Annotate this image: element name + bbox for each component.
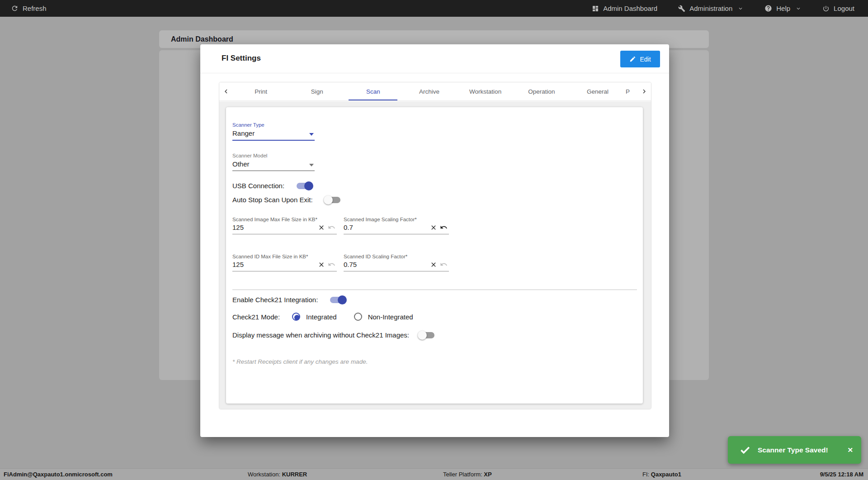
refresh-button[interactable]: Refresh [11, 5, 47, 12]
nav-admin-dashboard[interactable]: Admin Dashboard [592, 5, 657, 12]
dashboard-icon [592, 5, 599, 12]
enable-check21-label: Enable Check21 Integration: [232, 296, 318, 304]
radio-integrated-label: Integrated [306, 313, 337, 321]
scanned-id-max-size-field: Scanned ID Max File Size in KB* [232, 254, 337, 271]
scanned-id-scaling-field: Scanned ID Scaling Factor* [344, 254, 449, 271]
undo-icon [328, 223, 335, 231]
toggle-thumb [338, 295, 347, 304]
check21-mode-radio-group: Integrated Non-Integrated [292, 313, 413, 321]
usb-connection-toggle[interactable] [297, 183, 312, 189]
radio-integrated[interactable]: Integrated [292, 313, 337, 321]
toast-notification: Scanner Type Saved! ✕ [728, 436, 861, 464]
dropdown-caret-icon [309, 164, 314, 166]
clear-field-button[interactable] [316, 224, 326, 231]
chevron-down-icon [795, 5, 802, 12]
nav-logout[interactable]: Logout [822, 5, 854, 12]
usb-connection-row: USB Connection: [232, 182, 312, 190]
tabs-scroll-right-button[interactable] [637, 82, 651, 100]
wrench-icon [678, 5, 685, 12]
toggle-thumb [324, 195, 333, 204]
scanner-type-value: Ranger [232, 128, 315, 140]
refresh-label: Refresh [23, 5, 47, 12]
status-fi: FI: Qaxpauto1 [642, 471, 681, 478]
modal-title: FI Settings [222, 54, 261, 63]
radio-non-integrated[interactable]: Non-Integrated [354, 313, 413, 321]
edit-button-label: Edit [640, 56, 651, 63]
clear-field-button[interactable] [316, 261, 326, 268]
nav-help[interactable]: Help [764, 5, 802, 12]
scanner-model-select[interactable]: Scanner Model Other [232, 153, 315, 171]
scanned-id-scaling-input[interactable] [344, 261, 429, 268]
scan-tab-content: Scanner Type Ranger Scanner Model Other [219, 101, 651, 409]
clear-x-icon [318, 224, 325, 231]
undo-field-button[interactable] [439, 261, 449, 268]
clear-field-button[interactable] [429, 224, 439, 231]
tab-scan[interactable]: Scan [345, 82, 401, 100]
tab-archive[interactable]: Archive [401, 82, 457, 100]
chevron-left-icon [222, 87, 230, 95]
scanned-image-max-size-input[interactable] [232, 223, 316, 231]
chevron-down-icon [737, 5, 744, 12]
power-icon [822, 5, 830, 12]
enable-check21-toggle[interactable] [330, 297, 345, 303]
toggle-thumb [418, 331, 427, 340]
check21-mode-label: Check21 Mode: [232, 313, 280, 321]
auto-stop-label: Auto Stop Scan Upon Exit: [232, 196, 313, 204]
enable-check21-row: Enable Check21 Integration: [232, 296, 345, 304]
scanned-id-max-size-label: Scanned ID Max File Size in KB* [232, 254, 337, 259]
auto-stop-row: Auto Stop Scan Upon Exit: [232, 196, 340, 204]
undo-field-button[interactable] [439, 223, 449, 231]
tabs-scroll-left-button[interactable] [219, 82, 233, 100]
undo-icon [328, 261, 335, 268]
restart-note: * Restart Receipts client if any changes… [232, 358, 368, 365]
scanner-type-select[interactable]: Scanner Type Ranger [232, 122, 315, 141]
radio-button-icon [354, 313, 362, 321]
scanned-image-scaling-input[interactable] [344, 223, 429, 231]
clear-x-icon [430, 261, 437, 268]
help-icon [764, 5, 772, 12]
radio-button-icon [292, 313, 300, 321]
tab-operation[interactable]: Operation [514, 82, 570, 100]
scanned-id-max-size-input[interactable] [232, 261, 316, 268]
status-datetime: 9/5/25 12:18 AM [820, 471, 863, 478]
undo-icon [440, 223, 448, 231]
dropdown-caret-icon [309, 133, 314, 136]
scanner-model-label: Scanner Model [232, 153, 315, 158]
nav-admin-dashboard-label: Admin Dashboard [603, 5, 657, 12]
check-icon [740, 445, 750, 456]
nav-administration-label: Administration [689, 5, 732, 12]
display-message-row: Display message when archiving without C… [232, 331, 434, 339]
toast-message: Scanner Type Saved! [758, 446, 847, 454]
nav-administration[interactable]: Administration [678, 5, 744, 12]
nav-logout-label: Logout [834, 5, 854, 12]
section-divider [232, 290, 637, 290]
usb-connection-label: USB Connection: [232, 182, 284, 190]
tab-bar: Print Sign Scan Archive Workstation Oper… [219, 82, 651, 101]
chevron-right-icon [640, 87, 648, 95]
scanned-image-max-size-label: Scanned Image Max File Size in KB* [232, 217, 337, 222]
clear-x-icon [318, 261, 325, 268]
tab-general[interactable]: General [570, 82, 626, 100]
edit-button[interactable]: Edit [620, 51, 660, 67]
tab-sign[interactable]: Sign [289, 82, 345, 100]
display-message-toggle[interactable] [419, 332, 434, 338]
status-user: FiAdmin@Qaxpauto1.onmicrosoft.com [4, 471, 113, 478]
scan-settings-form: Scanner Type Ranger Scanner Model Other [226, 107, 643, 404]
tab-workstation[interactable]: Workstation [458, 82, 514, 100]
refresh-icon [11, 5, 19, 12]
check21-mode-row: Check21 Mode: Integrated Non-Integrated [232, 313, 413, 321]
undo-icon [440, 261, 448, 268]
display-message-label: Display message when archiving without C… [232, 331, 409, 339]
auto-stop-toggle[interactable] [325, 197, 340, 203]
undo-field-button[interactable] [326, 223, 337, 231]
radio-non-integrated-label: Non-Integrated [368, 313, 413, 321]
clear-field-button[interactable] [429, 261, 439, 268]
scanner-model-value: Other [232, 158, 315, 171]
tab-print[interactable]: Print [233, 82, 289, 100]
top-navigation-bar: Refresh Admin Dashboard Administration H… [0, 0, 868, 17]
undo-field-button[interactable] [326, 261, 337, 268]
toast-close-button[interactable]: ✕ [847, 446, 853, 454]
nav-help-label: Help [776, 5, 790, 12]
tab-truncated[interactable]: P [626, 82, 637, 100]
background-page-title: Admin Dashboard [171, 35, 233, 43]
